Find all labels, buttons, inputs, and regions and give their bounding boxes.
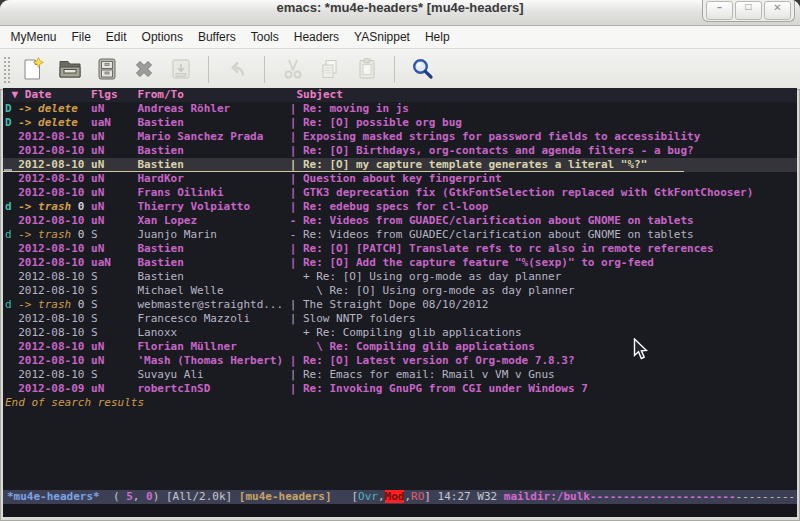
message-row[interactable]: 2012-08-10uNBastien| Re: [O] Birthdays, … [3, 144, 797, 158]
window-buttons: –□✕ [702, 0, 795, 22]
subject-field: | Re: [O] [PATCH] Translate refs to rc a… [290, 242, 714, 255]
subject-field: | GTK3 deprecation fix (GtkFontSelection… [290, 186, 754, 199]
from-field: Bastien [137, 242, 289, 256]
subject-field: | Re: [O] Add the capture feature "%(sex… [290, 256, 654, 269]
from-field: Bastien [137, 116, 289, 130]
headers-buffer: D-> deleteuNAndreas Röhler| Re: moving i… [3, 102, 797, 490]
menu-options[interactable]: Options [134, 30, 190, 44]
modeline-segment: ) [153, 490, 166, 503]
message-row[interactable]: 2012-08-10uNFrans Oilinki| GTK3 deprecat… [3, 186, 797, 200]
menu-mymenu[interactable]: MyMenu [3, 30, 64, 44]
kill-buffer-icon[interactable] [131, 56, 157, 82]
menubar: MyMenuFileEditOptionsBuffersToolsHeaders… [0, 26, 800, 48]
from-field: webmaster@straightd... [137, 298, 289, 312]
message-row[interactable]: 2012-08-10SMichael Welle \ Re: [O] Using… [3, 284, 797, 298]
menu-buffers[interactable]: Buffers [190, 30, 243, 44]
modeline-segment: [All/2.0k] [166, 490, 239, 503]
flags-field: uN [91, 186, 137, 200]
message-row[interactable]: d-> trash 0SJuanjo Marin- Re: Videos fro… [3, 228, 797, 242]
flags-field: S [91, 284, 137, 298]
message-row[interactable]: 2012-08-09uNrobertcInSD| Re: Invoking Gn… [3, 382, 797, 396]
message-row[interactable]: 2012-08-10uNMario Sanchez Prada| Exposin… [3, 130, 797, 144]
menu-yasnippet[interactable]: YASnippet [347, 30, 418, 44]
subject-field: | Re: [O] my capture template generates … [290, 158, 648, 171]
message-row[interactable]: 2012-08-10uNBastien| Re: [O] [PATCH] Tra… [3, 242, 797, 256]
mark-action: -> trash 0 [18, 298, 91, 312]
mark-char: d [5, 200, 18, 214]
date-field: 2012-08-10 [18, 368, 91, 382]
toolbar [0, 48, 800, 90]
message-row[interactable]: 2012-08-10uNFlorian Müllner \ Re: Compil… [3, 340, 797, 354]
flags-field: uN [91, 158, 137, 172]
date-field: 2012-08-10 [18, 284, 91, 298]
subject-field: | Re: Invoking GnuPG from CGI under Wind… [290, 382, 588, 395]
subject-field: | Question about key fingerprint [290, 172, 502, 185]
menu-tools[interactable]: Tools [243, 30, 286, 44]
subject-field: | Exposing masked strings for password f… [290, 130, 701, 143]
message-row[interactable]: 2012-08-10uNBastien| Re: [O] my capture … [3, 158, 797, 172]
minimize-button[interactable]: – [706, 1, 733, 20]
message-row[interactable]: 2012-08-10SLanoxx + Re: Compiling glib a… [3, 326, 797, 340]
subject-field: | The Straight Dope 08/10/2012 [290, 298, 489, 311]
subject-field: | Re: [O] possible org bug [290, 116, 462, 129]
dired-icon[interactable] [94, 56, 120, 82]
modeline-segment: ( [100, 490, 127, 503]
flags-field: uN [91, 200, 137, 214]
from-field: Suvayu Ali [137, 368, 289, 382]
toolbar-separator [264, 56, 265, 83]
from-field: Xan Lopez [137, 214, 289, 228]
echo-area[interactable] [3, 504, 797, 517]
message-row[interactable]: D-> deleteuNAndreas Röhler| Re: moving i… [3, 102, 797, 116]
mark-action: -> delete [18, 116, 91, 130]
flags-field: uN [91, 102, 137, 116]
message-row[interactable]: d-> trash 0uNThierry Volpiatto| Re: edeb… [3, 200, 797, 214]
from-field: Juanjo Marin [137, 228, 289, 242]
modeline-segment: -------------- [736, 490, 797, 503]
modeline-segment: maildir:/bulk [504, 490, 590, 503]
message-row[interactable]: 2012-08-10uaNBastien| Re: [O] Add the ca… [3, 256, 797, 270]
close-button[interactable]: ✕ [764, 1, 791, 20]
titlebar[interactable]: emacs: *mu4e-headers* [mu4e-headers] –□✕ [0, 0, 800, 26]
modeline-segment: [ [332, 490, 359, 503]
mark-action: -> delete [18, 102, 91, 116]
subject-field: - Re: Videos from GUADEC/clarification a… [290, 214, 694, 227]
flags-field: S [91, 368, 137, 382]
maximize-button[interactable]: □ [735, 1, 762, 20]
menu-help[interactable]: Help [417, 30, 457, 44]
message-row[interactable]: 2012-08-10uN'Mash (Thomas Herbert)| Re: … [3, 354, 797, 368]
message-row[interactable]: 2012-08-10uNHardKor| Question about key … [3, 172, 797, 186]
flags-field: uN [91, 214, 137, 228]
mouse-cursor [633, 338, 648, 361]
modeline-segment: [mu4e-headers] [239, 490, 332, 503]
from-field: Andreas Röhler [137, 102, 289, 116]
message-row[interactable]: 2012-08-10SSuvayu Ali| Re: Emacs for ema… [3, 368, 797, 382]
toolbar-grip[interactable] [2, 55, 11, 83]
menu-edit[interactable]: Edit [98, 30, 134, 44]
message-row[interactable]: D-> deleteuaNBastien| Re: [O] possible o… [3, 116, 797, 130]
window-title: emacs: *mu4e-headers* [mu4e-headers] [0, 0, 800, 15]
flags-field: S [91, 228, 137, 242]
message-row[interactable]: 2012-08-10SBastien + Re: [O] Using org-m… [3, 270, 797, 284]
from-field: Thierry Volpiatto [137, 200, 289, 214]
message-row[interactable]: 2012-08-10uNXan Lopez- Re: Videos from G… [3, 214, 797, 228]
new-file-icon[interactable] [20, 56, 46, 82]
menu-file[interactable]: File [64, 30, 98, 44]
message-row[interactable]: d-> trash 0Swebmaster@straightd...| The … [3, 298, 797, 312]
from-field: Michael Welle [137, 284, 289, 298]
subject-field: | Re: edebug specs for cl-loop [290, 200, 489, 213]
flags-field: uN [91, 242, 137, 256]
from-field: 'Mash (Thomas Herbert) [137, 354, 289, 368]
open-folder-icon[interactable] [57, 56, 83, 82]
modeline-segment: 5 [126, 490, 133, 503]
date-field: 2012-08-10 [18, 326, 91, 340]
modeline-segment: 0 [146, 490, 153, 503]
message-row[interactable]: 2012-08-10SFrancesco Mazzoli| Slow NNTP … [3, 312, 797, 326]
mark-action: -> trash 0 [18, 200, 91, 214]
toolbar-separator [208, 56, 209, 83]
menu-headers[interactable]: Headers [286, 30, 346, 44]
cut-icon [280, 56, 306, 82]
search-icon[interactable] [410, 56, 436, 82]
subject-field: \ Re: [O] Using org-mode as day planner [290, 284, 575, 297]
modeline-segment: ] [424, 490, 437, 503]
date-field: 2012-08-10 [18, 312, 91, 326]
